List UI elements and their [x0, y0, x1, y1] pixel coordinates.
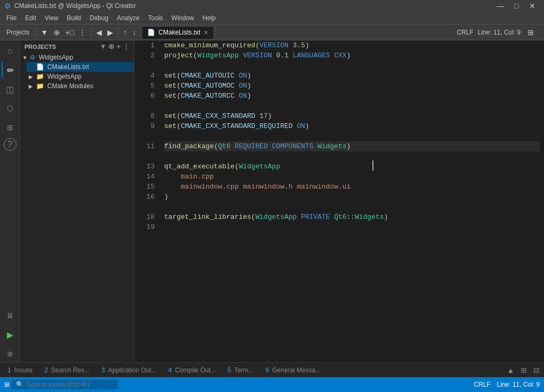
cmake-tab-close[interactable]: ✕ [203, 29, 208, 36]
text-cursor [372, 160, 373, 171]
prev-doc-button[interactable]: ↑ [121, 27, 129, 38]
sidebar-icon-design[interactable]: ◫ [2, 81, 19, 98]
tree-add-button[interactable]: + [116, 42, 121, 50]
status-bar-right: CRLF Line: 11, Col: 9 [474, 381, 540, 388]
code-view[interactable]: 1 2 4 5 6 8 9 11 13 14 15 16 18 19 [134, 40, 544, 362]
code-content[interactable]: cmake_minimum_required(VERSION 3.5)proje… [160, 40, 544, 362]
menu-view[interactable]: View [40, 13, 63, 23]
bottom-tab-messages[interactable]: 9 General Messa... [260, 365, 326, 376]
bottom-panel-layout-button[interactable]: ⊞ [518, 365, 529, 376]
search-box[interactable]: 🔍 [12, 380, 118, 389]
tree-icon-widgetsapp: ⚙ [30, 54, 36, 61]
add-button[interactable]: +□ [64, 27, 75, 38]
close-button[interactable]: ✕ [525, 0, 540, 12]
bottom-tab-label-appout: Application Out... [108, 367, 156, 374]
editor-status: CRLF Line: 11, Col: 9 ⊞ [457, 27, 541, 38]
menu-build[interactable]: Build [63, 13, 86, 23]
tree-item-cmake-modules[interactable]: ▶ 📁 CMake Modules [27, 81, 134, 91]
bottom-tab-label-term: Term... [234, 367, 254, 374]
toolbar-separator-1 [35, 28, 36, 37]
bottom-tab-label-issues: Issues [14, 367, 33, 374]
back-button[interactable]: ◀ [94, 27, 104, 38]
bottom-tab-label-search: Search Res... [51, 367, 90, 374]
toolbar-separator-2 [91, 28, 91, 37]
tree-label-widgetsapp-sub: WidgetsApp [47, 73, 82, 80]
tree-sync-button[interactable]: ⊕ [108, 42, 114, 50]
bottom-tab-appout[interactable]: 3 Application Out... [96, 365, 162, 376]
title-bar-title: CMakeLists.txt @ WidgetsApp - Qt Creator [14, 2, 136, 10]
bottom-tab-num-3: 3 [101, 367, 105, 374]
tree-icon-cmake-modules: 📁 [36, 82, 44, 90]
status-icon: ⊞ [4, 381, 10, 388]
status-bar-left: ⊞ 🔍 [4, 380, 118, 389]
minimize-button[interactable]: — [493, 0, 508, 12]
bottom-panel-expand-button[interactable]: ⊟ [531, 365, 542, 376]
next-doc-button[interactable]: ↓ [130, 27, 138, 38]
tree-label-cmake-modules: CMake Modules [47, 82, 94, 90]
bottom-tab-num-4: 4 [168, 367, 172, 374]
sidebar-icon-projects[interactable]: ⊞ [2, 119, 19, 136]
bottom-tab-term[interactable]: 5 Term... [222, 365, 259, 376]
menu-bar: File Edit View Build Debug Analyze Tools… [0, 12, 544, 24]
forward-button[interactable]: ▶ [105, 27, 115, 38]
tree-filter-button[interactable]: ▼ [100, 42, 107, 50]
cmake-tab[interactable]: 📄 CMakeLists.txt ✕ [141, 26, 214, 39]
menu-debug[interactable]: Debug [86, 13, 113, 23]
line-numbers: 1 2 4 5 6 8 9 11 13 14 15 16 18 19 [134, 40, 160, 362]
sidebar-icon-edit[interactable]: ✏ [2, 62, 19, 79]
main-content: ⌂ ✏ ◫ ⬡ ⊞ ? 🖥 ▶ ⊕ Projects ▼ ⊕ + ⋮ ▼ ⚙ W… [0, 40, 544, 362]
bottom-tab-issues[interactable]: 1 Issues [2, 365, 38, 376]
crlf-label: CRLF [457, 29, 473, 36]
app-icon: ⚙ [4, 2, 11, 10]
menu-analyze[interactable]: Analyze [113, 13, 144, 23]
bottom-panel-up-button[interactable]: ▲ [505, 365, 516, 376]
status-line-col: Line: 11, Col: 9 [497, 381, 540, 388]
menu-window[interactable]: Window [167, 13, 199, 23]
editor-area[interactable]: 1 2 4 5 6 8 9 11 13 14 15 16 18 19 [134, 40, 544, 362]
menu-help[interactable]: Help [198, 13, 220, 23]
link-button[interactable]: ⊕ [51, 27, 63, 38]
title-bar-controls: — □ ✕ [493, 0, 540, 12]
tree-more-button[interactable]: ⋮ [123, 42, 130, 50]
bottom-tab-num-1: 1 [7, 367, 11, 374]
file-tree: Projects ▼ ⊕ + ⋮ ▼ ⚙ WidgetsApp ▶ 📄 CMak… [20, 40, 134, 362]
bottom-tab-compile[interactable]: 4 Compile Out... [163, 365, 221, 376]
file-tree-header: Projects ▼ ⊕ + ⋮ [20, 40, 134, 53]
bottom-tab-label-messages: General Messa... [272, 367, 320, 374]
sidebar-icon-build[interactable]: ⊕ [2, 345, 19, 362]
menu-file[interactable]: File [2, 13, 21, 23]
menu-tools[interactable]: Tools [144, 13, 167, 23]
tree-header-icons: ▼ ⊕ + ⋮ [100, 42, 130, 50]
file-tree-title: Projects [24, 44, 56, 50]
sidebar-icon-monitor[interactable]: 🖥 [2, 307, 19, 324]
maximize-button[interactable]: □ [509, 0, 524, 12]
search-input[interactable] [26, 381, 111, 388]
tree-item-widgetsapp-sub[interactable]: ▶ 📁 WidgetsApp [27, 72, 134, 81]
sidebar-icon-run[interactable]: ▶ [2, 326, 19, 343]
projects-label: Projects [3, 29, 32, 36]
sidebar-icon-welcome[interactable]: ⌂ [2, 42, 19, 59]
tree-label-widgetsapp: WidgetsApp [39, 54, 73, 61]
tree-icon-cmakelists: 📄 [36, 63, 44, 71]
bottom-tab-num-5: 5 [227, 367, 231, 374]
tree-item-cmakelists[interactable]: ▶ 📄 CMakeLists.txt [27, 62, 134, 72]
bottom-panel: 1 Issues 2 Search Res... 3 Application O… [0, 362, 544, 377]
tree-item-widgetsapp[interactable]: ▼ ⚙ WidgetsApp [20, 53, 134, 62]
bottom-panel-right: ▲ ⊞ ⊟ [505, 365, 542, 376]
expand-button[interactable]: ⊞ [525, 27, 537, 38]
sidebar-icon-debug[interactable]: ⬡ [2, 100, 19, 117]
tree-arrow-widgetsapp: ▼ [22, 55, 29, 61]
cmake-tab-label: CMakeLists.txt [158, 29, 200, 36]
status-crlf: CRLF [474, 381, 490, 388]
bottom-tab-num-9: 9 [266, 367, 269, 374]
title-bar: ⚙ CMakeLists.txt @ WidgetsApp - Qt Creat… [0, 0, 544, 12]
menu-edit[interactable]: Edit [21, 13, 40, 23]
bottom-tab-search[interactable]: 2 Search Res... [39, 365, 95, 376]
cmake-tab-icon: 📄 [147, 29, 155, 36]
bottom-tab-num-2: 2 [44, 367, 48, 374]
sidebar-icon-help[interactable]: ? [4, 138, 16, 151]
filter-button[interactable]: ▼ [38, 27, 50, 38]
status-bar: ⊞ 🔍 CRLF Line: 11, Col: 9 [0, 377, 544, 392]
more-button[interactable]: ⋮ [76, 27, 88, 38]
toolbar-separator-3 [118, 28, 118, 37]
